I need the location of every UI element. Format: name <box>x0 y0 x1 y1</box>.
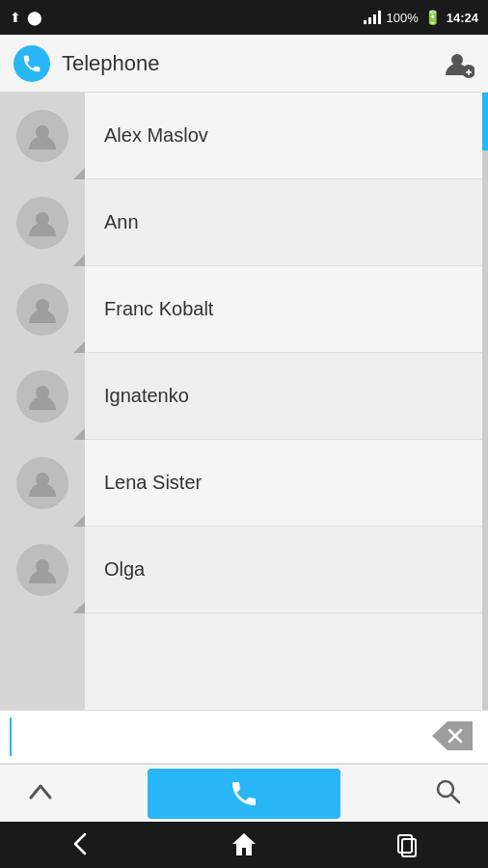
scrollbar-thumb[interactable] <box>482 93 488 150</box>
avatar-item <box>0 527 85 613</box>
add-contact-button[interactable] <box>444 48 474 79</box>
battery-level: 100% <box>387 11 419 25</box>
svg-marker-15 <box>232 833 256 855</box>
svg-rect-16 <box>398 835 412 853</box>
scrollbar[interactable] <box>482 93 488 710</box>
avatar-olga <box>16 544 68 596</box>
contact-item-lena[interactable]: Lena Sister <box>85 440 482 527</box>
avatar-item <box>0 440 85 527</box>
dial-input-area <box>0 710 488 764</box>
nav-back-button[interactable] <box>60 823 102 868</box>
avatar-column <box>0 93 85 710</box>
app-logo <box>14 45 50 82</box>
avatar-item <box>0 93 85 179</box>
nav-recents-button[interactable] <box>386 823 428 868</box>
avatar-alex <box>16 110 68 162</box>
avatar-franc <box>16 284 68 336</box>
up-button[interactable] <box>19 773 62 815</box>
contacts-list: Alex Maslov Ann Franc Kobalt Ignatenko L… <box>85 93 482 710</box>
backspace-button[interactable] <box>426 716 478 759</box>
avatar-ignatenko <box>16 370 68 422</box>
nav-home-button[interactable] <box>223 823 265 868</box>
avatar-item <box>0 266 85 353</box>
bottom-action-bar <box>0 764 488 822</box>
app-bar: Telephone <box>0 35 488 93</box>
avatar-item <box>0 353 85 440</box>
search-button[interactable] <box>426 770 469 818</box>
contact-item-olga[interactable]: Olga <box>85 527 482 613</box>
contact-item-franc[interactable]: Franc Kobalt <box>85 266 482 353</box>
android-icon: ⬤ <box>27 10 42 25</box>
call-button[interactable] <box>148 769 340 819</box>
svg-rect-3 <box>468 69 470 75</box>
avatar-item <box>0 179 85 266</box>
usb-icon: ⬆ <box>10 10 21 25</box>
avatar-ann <box>16 197 68 249</box>
svg-rect-17 <box>402 839 416 856</box>
status-right: 100% 🔋 14:24 <box>364 10 479 25</box>
dial-input[interactable] <box>10 718 426 756</box>
nav-bar <box>0 822 488 868</box>
avatar-lena <box>16 457 68 509</box>
status-bar: ⬆ ⬤ 100% 🔋 14:24 <box>0 0 488 35</box>
app-bar-left: Telephone <box>14 45 160 82</box>
battery-icon: 🔋 <box>424 10 441 25</box>
svg-marker-10 <box>432 721 473 750</box>
app-title: Telephone <box>62 51 160 76</box>
clock: 14:24 <box>447 11 478 25</box>
svg-line-14 <box>451 795 459 802</box>
contact-item-ignatenko[interactable]: Ignatenko <box>85 353 482 440</box>
main-content: Alex Maslov Ann Franc Kobalt Ignatenko L… <box>0 93 488 710</box>
contact-item-ann[interactable]: Ann <box>85 179 482 266</box>
contact-item-alex[interactable]: Alex Maslov <box>85 93 482 179</box>
status-icons-left: ⬆ ⬤ <box>10 10 42 25</box>
signal-bars <box>364 11 381 24</box>
